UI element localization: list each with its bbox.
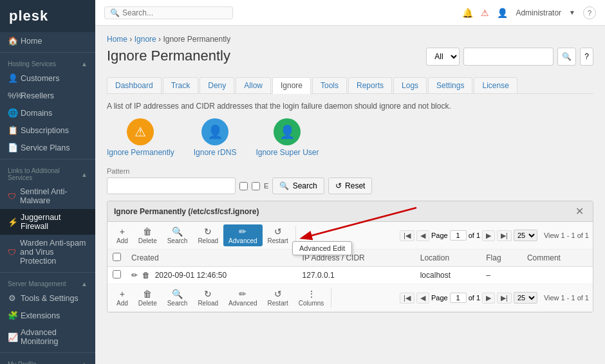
tab-ignore[interactable]: Ignore: [272, 77, 311, 94]
tab-reports[interactable]: Reports: [348, 77, 392, 93]
table-close-btn[interactable]: ✕: [573, 205, 586, 217]
sidebar-item-home[interactable]: 🏠 Home: [0, 32, 95, 50]
sidebar-item-sentinel[interactable]: 🛡 Sentinel Anti-Malware: [0, 183, 95, 209]
user-dropdown-icon[interactable]: ▼: [569, 9, 575, 16]
help-icon[interactable]: ?: [583, 6, 596, 19]
toolbar-add-btn[interactable]: + Add: [111, 224, 133, 246]
toolbar-reload-btn-b[interactable]: ↻ Reload: [192, 287, 223, 309]
row-checkbox[interactable]: [113, 270, 121, 278]
pattern-row: E 🔍 Search ↺ Reset: [107, 177, 593, 194]
toolbar-restart-btn-b[interactable]: ↺ Restart: [263, 287, 293, 309]
pg-first-btn[interactable]: |◀: [400, 230, 414, 241]
row-created: ✏ 🗑 2020-09-01 12:46:50: [126, 267, 297, 284]
col-comment: Comment: [522, 250, 593, 267]
tab-logs[interactable]: Logs: [393, 77, 427, 93]
sidebar-item-customers[interactable]: 👤 Customers: [0, 69, 95, 87]
search-input[interactable]: [122, 8, 227, 17]
pg-prev-btn[interactable]: ◀: [416, 230, 429, 241]
search-wrap[interactable]: 🔍: [104, 6, 233, 19]
ignore-rdns-icon-item[interactable]: 👤 Ignore rDNS: [194, 118, 237, 157]
pg-next-btn-b[interactable]: ▶: [482, 293, 495, 304]
sidebar-divider-1: [0, 52, 95, 53]
toolbar-search-btn-b[interactable]: 🔍 Search: [162, 287, 193, 309]
filter-select[interactable]: All: [426, 48, 460, 66]
pg-last-btn[interactable]: ▶|: [497, 230, 512, 241]
toolbar-columns-btn-b[interactable]: ⋮ Columns: [293, 287, 329, 309]
row-edit-icon[interactable]: ✏: [131, 271, 138, 280]
toolbar-search-btn[interactable]: 🔍 Search: [162, 224, 193, 246]
tab-tools[interactable]: Tools: [312, 77, 347, 93]
ignore-permanently-circle: ⚠: [127, 118, 154, 145]
search-icon-btn[interactable]: 🔍: [557, 48, 576, 66]
toolbar-advanced-btn-b[interactable]: ✏ Advanced: [223, 287, 262, 309]
home-icon: 🏠: [8, 36, 17, 46]
toolbar-advanced-btn[interactable]: ✏ Advanced: [223, 224, 262, 246]
resellers-icon: %%: [8, 91, 17, 100]
page-input-b[interactable]: [450, 293, 467, 303]
ignore-rdns-label: Ignore rDNS: [194, 148, 237, 157]
ignore-permanently-label: Ignore Permanently: [107, 148, 174, 157]
per-page-select-b[interactable]: 25: [514, 292, 537, 304]
sidebar-item-subscriptions[interactable]: 📋 Subscriptions: [0, 122, 95, 139]
collapse-profile-icon[interactable]: ▲: [81, 361, 88, 364]
bell-icon[interactable]: 🔔: [462, 8, 473, 18]
col-checkbox: [107, 250, 126, 267]
collapse-server-icon[interactable]: ▲: [81, 280, 88, 287]
breadcrumb-home[interactable]: Home: [107, 35, 127, 44]
pg-last-btn-b[interactable]: ▶|: [497, 293, 512, 304]
sidebar-item-extensions-label: Extensions: [21, 311, 60, 320]
user-label[interactable]: Administrator: [516, 8, 561, 17]
pattern-search-btn[interactable]: 🔍 Search: [272, 177, 324, 194]
ignore-permanently-icon-item[interactable]: ⚠ Ignore Permanently: [107, 118, 174, 157]
per-page-select[interactable]: 25: [514, 230, 537, 241]
breadcrumb-current: Ignore Permanently: [163, 35, 230, 44]
sidebar-section-hosting: Hosting Services ▲: [0, 55, 95, 69]
pattern-checkbox-2[interactable]: [252, 182, 260, 190]
add-icon-b: +: [120, 289, 125, 299]
pg-first-btn-b[interactable]: |◀: [400, 293, 414, 304]
sidebar-item-monitoring[interactable]: 📈 Advanced Monitoring: [0, 324, 95, 350]
select-all-checkbox[interactable]: [113, 253, 121, 261]
row-delete-icon[interactable]: 🗑: [142, 271, 150, 280]
tab-license[interactable]: License: [474, 77, 517, 93]
toolbar-search-icon: 🔍: [172, 226, 183, 237]
sidebar-item-tools[interactable]: ⚙ Tools & Settings: [0, 289, 95, 307]
of-label: of 1: [469, 232, 480, 239]
alert-icon[interactable]: ⚠: [481, 8, 489, 18]
pattern-reset-btn[interactable]: ↺ Reset: [328, 177, 373, 194]
table-row: ✏ 🗑 2020-09-01 12:46:50 127.0.0.1 localh…: [107, 267, 593, 284]
toolbar-restart-btn[interactable]: ↺ Restart: [263, 224, 293, 246]
tab-settings[interactable]: Settings: [428, 77, 472, 93]
pg-prev-btn-b[interactable]: ◀: [416, 293, 429, 304]
sidebar-item-resellers[interactable]: %% Resellers: [0, 87, 95, 104]
tab-deny[interactable]: Deny: [200, 77, 234, 93]
toolbar-add-btn-b[interactable]: + Add: [111, 287, 133, 309]
toolbar-delete-btn-b[interactable]: 🗑 Delete: [133, 287, 162, 309]
ignore-super-user-icon-item[interactable]: 👤 Ignore Super User: [256, 118, 319, 157]
toolbar-delete-btn[interactable]: 🗑 Delete: [133, 224, 162, 246]
breadcrumb-ignore[interactable]: Ignore: [135, 35, 156, 44]
collapse-links-icon[interactable]: ▲: [81, 171, 88, 178]
toolbar-delete-label-b: Delete: [138, 300, 157, 307]
pattern-input[interactable]: [107, 177, 236, 194]
search-icon: 🔍: [110, 8, 120, 17]
sidebar-item-warden[interactable]: 🛡 Warden Anti-spam and Virus Protection: [0, 235, 95, 269]
sidebar-item-service-plans[interactable]: 📄 Service Plans: [0, 139, 95, 156]
table-header-bar: Ignore Permanently (/etc/csf/csf.ignore)…: [107, 201, 593, 222]
app-logo[interactable]: plesk: [0, 0, 95, 32]
tab-track[interactable]: Track: [163, 77, 199, 93]
pattern-checkbox-1[interactable]: [239, 182, 248, 190]
service-plans-icon: 📄: [8, 143, 17, 152]
filter-input[interactable]: [463, 48, 554, 66]
sidebar-item-extensions[interactable]: 🧩 Extensions: [0, 307, 95, 324]
sidebar-item-juggernaut[interactable]: ⚡ Juggernaut Firewall: [0, 209, 95, 235]
toolbar-reload-btn[interactable]: ↻ Reload: [192, 224, 223, 246]
help-btn[interactable]: ?: [580, 48, 593, 66]
sidebar-item-domains[interactable]: 🌐 Domains: [0, 104, 95, 122]
pg-next-btn[interactable]: ▶: [482, 230, 495, 241]
tab-dashboard[interactable]: Dashboard: [107, 77, 162, 93]
tab-allow[interactable]: Allow: [236, 77, 271, 93]
page-input[interactable]: [450, 230, 467, 241]
sidebar-item-monitoring-label: Advanced Monitoring: [21, 328, 88, 346]
collapse-hosting-icon[interactable]: ▲: [81, 60, 88, 68]
